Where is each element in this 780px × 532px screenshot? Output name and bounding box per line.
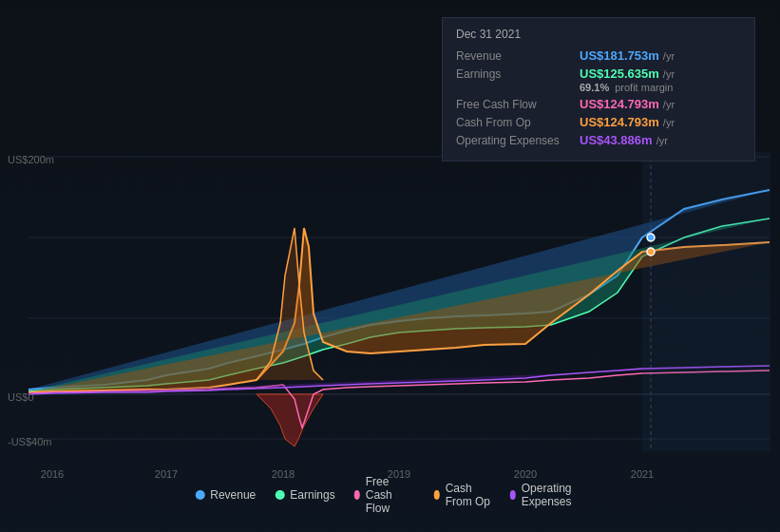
legend-item-fcf: Free Cash Flow: [354, 475, 415, 515]
y-label-0: US$0: [8, 391, 34, 403]
tooltip-date: Dec 31 2021: [456, 28, 741, 41]
tooltip-label-earnings: Earnings: [456, 67, 580, 81]
y-label-200: US$200m: [8, 154, 54, 165]
legend-dot-fcf: [354, 490, 360, 500]
tooltip-row-opex: Operating Expenses US$43.886m /yr: [456, 133, 741, 147]
svg-point-7: [647, 248, 655, 256]
legend-dot-opex: [510, 490, 516, 500]
chart-container: US$200m US$0 -US$40m 2016 2017 2018 2019…: [0, 0, 780, 532]
legend-dot-earnings: [275, 490, 284, 500]
tooltip-row-earnings: Earnings US$125.635m /yr: [456, 66, 741, 81]
tooltip-label-fcf: Free Cash Flow: [456, 98, 580, 111]
tooltip-unit-revenue: /yr: [663, 50, 675, 62]
legend-dot-cashop: [434, 490, 440, 500]
legend-item-cashop: Cash From Op: [434, 482, 491, 508]
legend-item-earnings: Earnings: [275, 488, 334, 502]
x-label-2016: 2016: [41, 468, 64, 480]
svg-rect-6: [642, 152, 770, 451]
legend-label-revenue: Revenue: [210, 488, 256, 502]
tooltip-unit-opex: /yr: [656, 135, 668, 146]
tooltip-label-opex: Operating Expenses: [456, 134, 580, 147]
chart-legend: Revenue Earnings Free Cash Flow Cash Fro…: [195, 475, 585, 515]
data-tooltip: Dec 31 2021 Revenue US$181.753m /yr Earn…: [442, 17, 755, 162]
legend-item-revenue: Revenue: [195, 488, 256, 502]
tooltip-margin-value: 69.1%: [580, 82, 609, 93]
tooltip-value-opex: US$43.886m: [580, 133, 653, 147]
tooltip-unit-fcf: /yr: [663, 99, 675, 110]
y-label-neg40: -US$40m: [8, 436, 51, 447]
tooltip-row-fcf: Free Cash Flow US$124.793m /yr: [456, 97, 741, 111]
legend-label-earnings: Earnings: [290, 488, 334, 502]
tooltip-value-revenue: US$181.753m: [580, 48, 659, 63]
tooltip-value-cashop: US$124.793m: [580, 115, 659, 129]
svg-point-8: [647, 234, 655, 241]
tooltip-margin-label: profit margin: [615, 82, 673, 93]
legend-label-cashop: Cash From Op: [446, 482, 491, 508]
tooltip-unit-cashop: /yr: [663, 117, 675, 128]
legend-label-opex: Operating Expenses: [522, 482, 585, 508]
tooltip-label-cashop: Cash From Op: [456, 116, 580, 129]
legend-dot-revenue: [195, 490, 204, 500]
tooltip-value-earnings: US$125.635m: [580, 66, 659, 81]
tooltip-unit-earnings: /yr: [663, 68, 675, 80]
x-label-2017: 2017: [155, 468, 178, 480]
legend-item-opex: Operating Expenses: [510, 482, 585, 508]
tooltip-row-cashop: Cash From Op US$124.793m /yr: [456, 115, 741, 129]
x-label-2021: 2021: [631, 468, 654, 480]
tooltip-row-revenue: Revenue US$181.753m /yr: [456, 48, 741, 63]
tooltip-value-fcf: US$124.793m: [580, 97, 659, 111]
tooltip-label-revenue: Revenue: [456, 49, 580, 63]
legend-label-fcf: Free Cash Flow: [366, 475, 415, 515]
tooltip-row-margin: 69.1% profit margin: [456, 82, 741, 93]
